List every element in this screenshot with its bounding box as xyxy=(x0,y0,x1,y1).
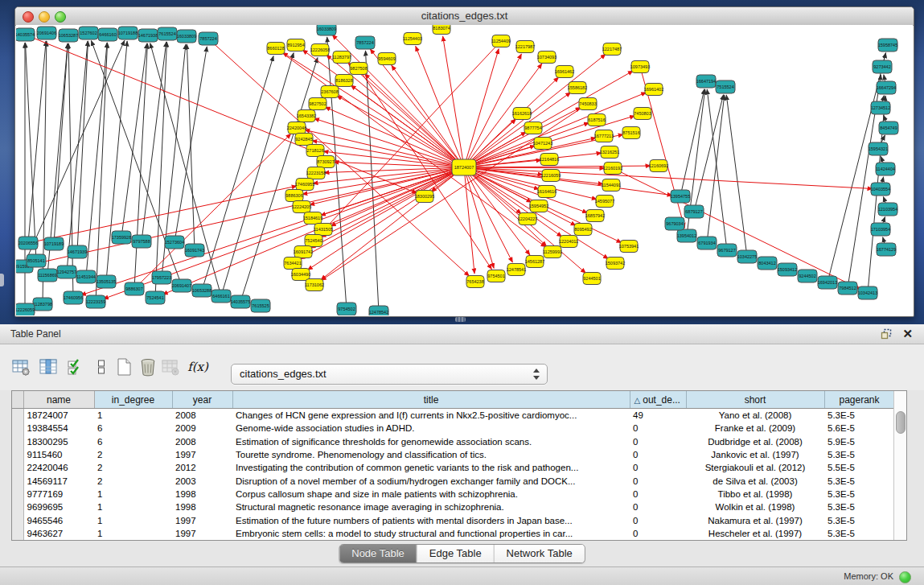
graph-node[interactable]: 15954952 xyxy=(529,200,548,212)
graph-node[interactable]: 6466161 xyxy=(211,290,231,303)
graph-node[interactable]: 12478541 xyxy=(507,264,526,276)
graph-node[interactable]: 7984512 xyxy=(838,282,857,295)
graph-node[interactable]: 8095492 xyxy=(574,224,592,236)
graph-node[interactable]: 6791934 xyxy=(697,237,717,249)
graph-node[interactable]: 8183074 xyxy=(433,25,450,35)
table-cell[interactable]: Embryonic stem cells: a model to study s… xyxy=(232,527,630,540)
table-cell[interactable]: 1 xyxy=(94,409,172,422)
table-cell[interactable]: 1998 xyxy=(172,488,232,501)
graph-node[interactable]: 7524540 xyxy=(305,235,322,247)
column-header-short[interactable]: short xyxy=(686,391,824,409)
table-cell[interactable]: 0 xyxy=(630,474,686,487)
table-cell[interactable]: Estimation of significance thresholds fo… xyxy=(232,435,630,448)
graph-node[interactable]: 11283798 xyxy=(33,298,52,311)
graph-node[interactable]: 10973493 xyxy=(630,61,650,73)
graph-node[interactable]: 12217987 xyxy=(515,41,535,53)
graph-node[interactable]: 6187516 xyxy=(588,114,606,126)
table-cell[interactable]: 2003 xyxy=(172,474,232,487)
graph-node[interactable]: 8912954 xyxy=(287,39,305,51)
graph-node[interactable]: 12164816 xyxy=(540,154,559,166)
table-cell[interactable]: 9777169 xyxy=(23,488,94,501)
graph-node[interactable]: 10753941 xyxy=(619,241,639,253)
column-header-pagerank[interactable]: pagerank xyxy=(824,391,894,409)
graph-node[interactable]: 15273604 xyxy=(165,236,184,249)
graph-node[interactable]: 10653288 xyxy=(192,284,211,297)
table-cell[interactable]: Investigating the contribution of common… xyxy=(232,461,630,474)
close-panel-icon[interactable]: ✕ xyxy=(902,325,913,343)
table-selector-dropdown[interactable]: citations_edges.txt xyxy=(231,364,548,385)
graph-node[interactable]: 9244501 xyxy=(583,273,601,285)
graph-node[interactable]: 16091742 xyxy=(294,246,313,258)
graph-node[interactable]: 12734512 xyxy=(871,101,890,114)
table-cell[interactable]: 9115460 xyxy=(23,448,94,461)
table-cell[interactable]: 2008 xyxy=(172,409,232,422)
table-row[interactable]: 1456911722003Disruption of a novel membe… xyxy=(12,474,894,487)
graph-node[interactable]: 13216251 xyxy=(600,146,619,159)
graph-node[interactable]: 9886307 xyxy=(125,282,144,295)
table-row[interactable]: 2242004622012Investigating the contribut… xyxy=(12,461,894,474)
scrollbar-thumb[interactable] xyxy=(896,411,906,434)
graph-node[interactable]: 9797588 xyxy=(132,235,151,248)
table-cell[interactable]: Structural magnetic resonance image aver… xyxy=(232,501,630,513)
graph-node[interactable]: 12223158 xyxy=(306,167,326,179)
graph-node[interactable]: 16033809 xyxy=(177,30,196,43)
table-cell[interactable]: Franke et al. (2009) xyxy=(686,422,824,435)
table-row[interactable]: 911546021997Tourette syndrome. Phenomeno… xyxy=(12,448,894,461)
table-cell[interactable]: 0 xyxy=(630,422,686,435)
graph-node[interactable]: 16162618 xyxy=(512,108,532,120)
column-header-name[interactable]: name xyxy=(23,391,94,409)
table-cell[interactable]: Nakamura et al. (1997) xyxy=(686,513,824,526)
graph-node[interactable]: 8751516 xyxy=(622,127,640,139)
graph-node[interactable]: 7654238 xyxy=(466,276,484,288)
table-cell[interactable]: 2009 xyxy=(172,422,232,435)
graph-node[interactable]: 17359928 xyxy=(112,231,131,244)
graph-node[interactable]: 12160692 xyxy=(649,160,668,172)
graph-node[interactable]: 11431505 xyxy=(314,224,333,236)
graph-node[interactable]: 7634421 xyxy=(284,257,302,270)
graph-node[interactable]: 17460955 xyxy=(295,179,314,191)
graph-node[interactable]: 9754501 xyxy=(487,270,505,282)
graph-node[interactable]: 12478542 xyxy=(369,306,388,315)
graph-node[interactable]: 10403554 xyxy=(871,183,890,196)
graph-node[interactable]: 16033809 xyxy=(317,25,336,35)
graph-node[interactable]: 11259991 xyxy=(543,246,562,258)
table-cell[interactable]: Changes of HCN gene expression and I(f) … xyxy=(232,409,630,422)
float-panel-icon[interactable] xyxy=(881,328,892,340)
graph-node[interactable]: 10734093 xyxy=(537,51,556,64)
graph-node[interactable]: 17957223 xyxy=(152,271,171,284)
table-cell[interactable]: 5.3E-5 xyxy=(824,409,894,422)
graph-node[interactable]: 13954755 xyxy=(671,190,690,203)
graph-node[interactable]: 7515524 xyxy=(716,80,735,93)
column-header-title[interactable]: title xyxy=(232,391,630,409)
graph-node[interactable]: 16961462 xyxy=(555,66,574,78)
graph-node[interactable]: 13505135 xyxy=(97,275,116,288)
graph-node[interactable]: 10471243 xyxy=(533,138,552,150)
graph-node[interactable]: 10719188 xyxy=(118,27,138,39)
graph-node[interactable]: 20206556 xyxy=(18,237,38,249)
graph-node[interactable]: 9679034 xyxy=(665,217,684,230)
table-cell[interactable]: 2 xyxy=(94,461,172,474)
table-cell[interactable]: Corpus callosum shape and size in male p… xyxy=(232,488,630,501)
table-cell[interactable]: 19384554 xyxy=(23,422,94,435)
graph-node[interactable]: 11283797 xyxy=(332,51,351,64)
graph-node[interactable]: 11544091 xyxy=(602,179,621,192)
graph-node[interactable]: 11156869 xyxy=(38,269,57,282)
table-cell[interactable]: 18300295 xyxy=(23,435,94,448)
graph-node[interactable]: 9886306 xyxy=(285,190,303,202)
table-row[interactable]: 977716911998Corpus callosum shape and si… xyxy=(12,488,894,501)
table-cell[interactable]: 9465546 xyxy=(23,513,94,526)
graph-node[interactable]: 8043412 xyxy=(758,257,777,270)
graph-node[interactable]: 17103954 xyxy=(871,223,890,236)
table-cell[interactable]: 5.3E-5 xyxy=(824,474,894,487)
graph-node[interactable]: 9877754 xyxy=(524,122,542,134)
column-header-out_de[interactable]: △out_de... xyxy=(630,391,686,409)
table-cell[interactable]: Tibbo et al. (1998) xyxy=(686,488,824,501)
graph-node[interactable]: 8660128 xyxy=(267,43,285,55)
graph-node[interactable]: 12216059 xyxy=(541,170,561,182)
table-cell[interactable]: 1 xyxy=(94,527,172,540)
table-cell[interactable]: 9699695 xyxy=(23,501,94,513)
table-cell[interactable]: 22420046 xyxy=(23,461,94,474)
table-cell[interactable]: 0 xyxy=(630,501,686,513)
graph-node[interactable]: 14561287 xyxy=(525,256,544,268)
minimize-window-button[interactable] xyxy=(39,11,50,23)
